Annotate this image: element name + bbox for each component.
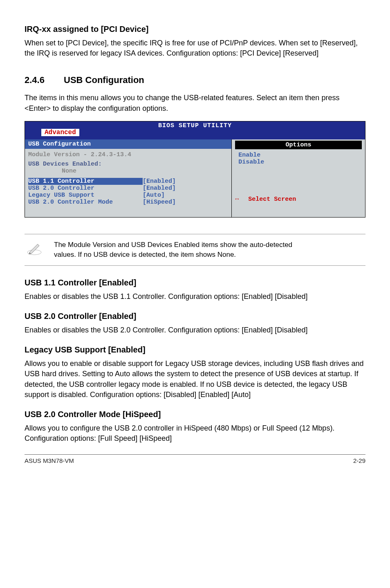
section-title: USB Configuration xyxy=(64,75,144,85)
bios-option-disable: Disable xyxy=(235,159,362,166)
bios-module-version: Module Version - 2.24.3-13.4 xyxy=(25,149,231,159)
irq-body: When set to [PCI Device], the specific I… xyxy=(25,38,365,58)
setting-body: Allows you to enable or disable support … xyxy=(25,359,365,400)
section-intro: The items in this menu allows you to cha… xyxy=(25,93,365,113)
setting-heading: Legacy USB Support [Enabled] xyxy=(25,345,365,355)
arrow-icon: ↔ xyxy=(235,196,248,203)
bios-screenshot: BIOS SETUP UTILITY Advanced USB Configur… xyxy=(25,121,365,218)
bios-row-usb11: USB 1.1 Controller [Enabled] xyxy=(25,178,231,185)
setting-heading: USB 2.0 Controller [Enabled] xyxy=(25,312,365,321)
setting-body: Enables or disables the USB 1.1 Controll… xyxy=(25,292,365,302)
bios-help-line: ↔Select Screen xyxy=(232,193,365,203)
footer-right: 2-29 xyxy=(353,457,365,464)
bios-option-enable: Enable xyxy=(235,152,362,159)
section-heading: 2.4.6USB Configuration xyxy=(25,75,365,85)
bios-row-val: [HiSpeed] xyxy=(143,199,176,206)
svg-marker-1 xyxy=(29,244,39,254)
bios-left-title: USB Configuration xyxy=(25,139,231,149)
setting-heading: USB 1.1 Controller [Enabled] xyxy=(25,278,365,287)
section-number: 2.4.6 xyxy=(25,75,64,85)
bios-row-val: [Enabled] xyxy=(143,185,176,192)
bios-window-title: BIOS SETUP UTILITY xyxy=(25,122,365,129)
bios-row-key: USB 2.0 Controller Mode xyxy=(28,199,143,206)
setting-body: Enables or disables the USB 2.0 Controll… xyxy=(25,325,365,335)
bios-row-usb20: USB 2.0 Controller [Enabled] xyxy=(25,185,231,192)
bios-row-val: [Auto] xyxy=(143,192,165,199)
note-block: The Module Version and USB Devices Enabl… xyxy=(25,234,365,266)
bios-devices-none: None xyxy=(25,168,231,178)
irq-heading: IRQ-xx assigned to [PCI Device] xyxy=(25,25,365,34)
bios-row-legacy: Legacy USB Support [Auto] xyxy=(25,192,231,199)
footer-left: ASUS M3N78-VM xyxy=(25,457,74,464)
pencil-icon xyxy=(25,240,54,260)
bios-row-key: USB 2.0 Controller xyxy=(28,185,143,192)
bios-options-title: Options xyxy=(235,141,362,149)
setting-heading: USB 2.0 Controller Mode [HiSpeed] xyxy=(25,410,365,419)
setting-body: Allows you to configure the USB 2.0 cont… xyxy=(25,423,365,444)
bios-devices-label: USB Devices Enabled: xyxy=(25,159,231,168)
bios-row-val: [Enabled] xyxy=(143,178,176,185)
bios-row-key: Legacy USB Support xyxy=(28,192,143,199)
bios-row-key: USB 1.1 Controller xyxy=(28,178,143,185)
note-text: The Module Version and USB Devices Enabl… xyxy=(54,240,316,260)
bios-help-text: Select Screen xyxy=(248,196,296,203)
bios-tab-advanced: Advanced xyxy=(41,129,79,136)
bios-row-usb20-mode: USB 2.0 Controller Mode [HiSpeed] xyxy=(25,199,231,206)
